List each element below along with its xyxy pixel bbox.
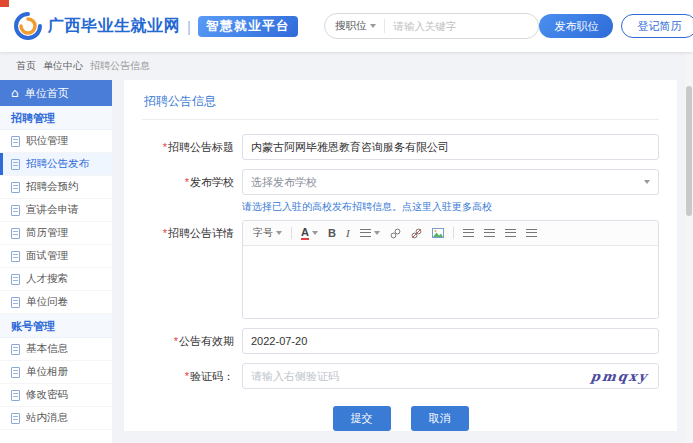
scrollbar-thumb[interactable] xyxy=(686,86,692,216)
page-body: 首页 单位中心 招聘公告信息 ⌂ 单位首页 招聘管理 职位管理 招聘公告发布 招… xyxy=(0,52,693,443)
insert-image-button[interactable] xyxy=(428,226,448,240)
sidebar-item-announcement-publish[interactable]: 招聘公告发布 xyxy=(0,153,112,176)
font-color-icon: A xyxy=(301,226,309,240)
italic-button[interactable]: I xyxy=(342,225,354,241)
align-left-button[interactable] xyxy=(459,227,478,239)
announcement-title-input[interactable] xyxy=(242,134,659,160)
announcement-title-label: *招聘公告标题 xyxy=(142,140,242,155)
editor-toolbar: 字号 A B I xyxy=(243,221,658,246)
search-input[interactable] xyxy=(385,20,528,32)
cancel-button[interactable]: 取消 xyxy=(411,406,469,431)
sidebar-item-label: 单位问卷 xyxy=(26,295,68,309)
toolbar-divider xyxy=(453,227,454,239)
sidebar-item-basic-info[interactable]: 基本信息 xyxy=(0,338,112,361)
breadcrumb-unit-center[interactable]: 单位中心 xyxy=(43,59,83,73)
caret-down-icon xyxy=(644,180,650,184)
sidebar-item-unit-album[interactable]: 单位相册 xyxy=(0,361,112,384)
announcement-title-field xyxy=(242,134,659,160)
align-justify-button[interactable] xyxy=(522,227,541,239)
sidebar-item-talent-search[interactable]: 人才搜索 xyxy=(0,268,112,291)
caret-down-icon xyxy=(370,24,376,28)
content-card: 招聘公告信息 *招聘公告标题 *发布学校 xyxy=(124,80,677,431)
unlink-button[interactable] xyxy=(407,226,426,241)
align-right-icon xyxy=(505,229,516,237)
sidebar-item-label: 基本信息 xyxy=(26,342,68,356)
register-resume-button[interactable]: 登记简历 xyxy=(621,14,693,38)
document-icon xyxy=(11,367,20,378)
page-title: 招聘公告信息 xyxy=(142,80,659,120)
valid-date-input[interactable] xyxy=(242,328,659,354)
document-icon xyxy=(11,159,20,170)
announcement-form: *招聘公告标题 *发布学校 选择发布学校 xyxy=(142,120,659,431)
document-icon xyxy=(11,182,20,193)
captcha-image[interactable]: pmqxy xyxy=(580,369,659,384)
publish-school-select[interactable]: 选择发布学校 xyxy=(242,169,659,195)
sidebar-item-jobfair-booking[interactable]: 招聘会预约 xyxy=(0,176,112,199)
logo-divider: | xyxy=(187,18,191,35)
caret-down-icon xyxy=(374,231,380,235)
sidebar-item-unit-questionnaire[interactable]: 单位问卷 xyxy=(0,291,112,314)
align-center-button[interactable] xyxy=(480,227,499,239)
search-category-dropdown[interactable]: 搜职位 xyxy=(335,19,386,33)
align-left-icon xyxy=(463,229,474,237)
sidebar-item-label: 招聘会预约 xyxy=(26,180,79,194)
toolbar-divider xyxy=(291,227,292,239)
breadcrumb-current: 招聘公告信息 xyxy=(90,59,150,73)
site-name: 广西毕业生就业网 xyxy=(48,16,180,37)
sidebar-item-label: 单位相册 xyxy=(26,365,68,379)
label-text: 公告有效期 xyxy=(179,335,234,347)
school-hint-row: 请选择已入驻的高校发布招聘信息。点这里入驻更多高校 xyxy=(142,200,659,214)
vertical-scrollbar[interactable] xyxy=(685,52,693,443)
publish-school-label: *发布学校 xyxy=(142,175,242,190)
sidebar-item-label: 招聘公告发布 xyxy=(26,157,89,171)
font-size-dropdown[interactable]: 字号 xyxy=(249,224,286,242)
sidebar-item-unit-home[interactable]: ⌂ 单位首页 xyxy=(0,80,112,106)
sidebar-item-site-messages[interactable]: 站内消息 xyxy=(0,407,112,430)
sidebar-item-label: 站内消息 xyxy=(26,411,68,425)
site-logo[interactable]: 广西毕业生就业网 | 智慧就业平台 xyxy=(14,12,298,40)
sidebar: ⌂ 单位首页 招聘管理 职位管理 招聘公告发布 招聘会预约 宣讲会申请 xyxy=(0,80,112,443)
school-hint-link[interactable]: 请选择已入驻的高校发布招聘信息。点这里入驻更多高校 xyxy=(242,200,659,214)
captcha-field: pmqxy xyxy=(242,363,659,389)
announcement-detail-row: *招聘公告详情 字号 A xyxy=(142,220,659,319)
font-size-label: 字号 xyxy=(253,226,273,240)
link-button[interactable] xyxy=(386,226,405,241)
captcha-input[interactable] xyxy=(243,370,581,382)
sidebar-item-resume-management[interactable]: 简历管理 xyxy=(0,222,112,245)
publish-job-button[interactable]: 发布职位 xyxy=(539,14,613,38)
logo-swirl-icon xyxy=(14,12,42,40)
publish-school-row: *发布学校 选择发布学校 xyxy=(142,169,659,195)
sidebar-item-interview-management[interactable]: 面试管理 xyxy=(0,245,112,268)
font-color-button[interactable]: A xyxy=(297,224,322,242)
sidebar-item-label: 职位管理 xyxy=(26,134,68,148)
sidebar-item-change-password[interactable]: 修改密码 xyxy=(0,384,112,407)
captcha-row: *验证码： pmqxy xyxy=(142,363,659,389)
align-justify-icon xyxy=(526,229,537,237)
caret-down-icon xyxy=(312,231,318,235)
bold-button[interactable]: B xyxy=(324,225,340,241)
image-icon xyxy=(432,228,444,238)
captcha-box: pmqxy xyxy=(242,363,659,389)
publish-school-field: 选择发布学校 xyxy=(242,169,659,195)
required-mark: * xyxy=(163,227,167,239)
submit-button[interactable]: 提交 xyxy=(333,406,391,431)
search-bar[interactable]: 搜职位 xyxy=(324,13,540,39)
header-actions: 发布职位 登记简历 xyxy=(539,14,693,38)
sidebar-item-infosession-apply[interactable]: 宣讲会申请 xyxy=(0,199,112,222)
required-mark: * xyxy=(163,141,167,153)
document-icon xyxy=(11,228,20,239)
breadcrumb-home[interactable]: 首页 xyxy=(16,59,36,73)
rich-text-editor: 字号 A B I xyxy=(242,220,659,319)
sidebar-item-label: 修改密码 xyxy=(26,388,68,402)
editor-content[interactable] xyxy=(243,246,658,318)
list-dropdown[interactable] xyxy=(356,227,384,239)
breadcrumb: 首页 单位中心 招聘公告信息 xyxy=(0,52,693,80)
list-icon xyxy=(360,229,371,237)
search-category-label: 搜职位 xyxy=(335,19,367,33)
announcement-title-row: *招聘公告标题 xyxy=(142,134,659,160)
sidebar-item-job-management[interactable]: 职位管理 xyxy=(0,130,112,153)
corner-marker xyxy=(0,0,9,7)
home-icon: ⌂ xyxy=(11,87,19,99)
unlink-icon xyxy=(411,228,422,239)
align-right-button[interactable] xyxy=(501,227,520,239)
